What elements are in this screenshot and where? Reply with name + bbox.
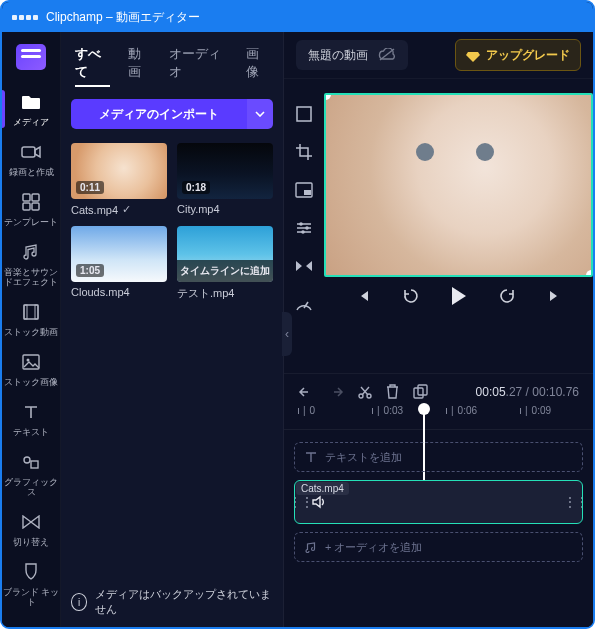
svg-rect-15 bbox=[304, 190, 311, 195]
nav-rail: メディア 録画と作成 テンプレート 音楽とサウンドエフェクト ストック動画 スト… bbox=[2, 32, 61, 627]
audio-track-placeholder[interactable]: + オーディオを追加 bbox=[294, 532, 583, 562]
media-name: Cats.mp4 bbox=[71, 204, 118, 216]
rail-label: ストック画像 bbox=[4, 377, 58, 387]
svg-point-10 bbox=[24, 457, 30, 463]
rewind-button[interactable] bbox=[400, 285, 422, 307]
media-item[interactable]: 0:18 City.mp4 bbox=[177, 143, 273, 216]
media-name: テスト.mp4 bbox=[177, 286, 234, 301]
media-name: City.mp4 bbox=[177, 203, 220, 215]
media-thumbnail: タイムラインに追加 bbox=[177, 226, 273, 282]
rail-music[interactable]: 音楽とサウンドエフェクト bbox=[2, 234, 60, 294]
import-media-dropdown[interactable] bbox=[247, 99, 273, 129]
svg-rect-8 bbox=[23, 355, 39, 369]
svg-rect-6 bbox=[24, 305, 27, 319]
project-title: 無題の動画 bbox=[308, 47, 368, 64]
music-icon bbox=[305, 541, 317, 553]
collapse-panel-button[interactable]: ‹ bbox=[282, 312, 292, 356]
rail-brand[interactable]: ブランド キット bbox=[2, 554, 60, 614]
clipchamp-logo bbox=[16, 44, 46, 70]
svg-rect-3 bbox=[23, 203, 30, 210]
rail-label: テキスト bbox=[13, 427, 49, 437]
media-duration: 0:18 bbox=[182, 181, 210, 194]
panel-footer: i メディアはバックアップされていません bbox=[61, 577, 283, 627]
crop-icon[interactable] bbox=[291, 139, 317, 165]
svg-rect-2 bbox=[32, 194, 39, 201]
rail-media[interactable]: メディア bbox=[2, 84, 60, 134]
svg-point-9 bbox=[27, 359, 30, 362]
svg-rect-5 bbox=[24, 305, 38, 319]
rail-label: 音楽とサウンドエフェクト bbox=[2, 267, 60, 287]
tab-video[interactable]: 動画 bbox=[128, 45, 151, 87]
upgrade-button[interactable]: アップグレード bbox=[455, 39, 581, 71]
rail-label: テンプレート bbox=[4, 217, 58, 227]
media-item[interactable]: タイムラインに追加 テスト.mp4 bbox=[177, 226, 273, 301]
text-icon bbox=[305, 451, 317, 463]
checkmark-icon: ✓ bbox=[122, 203, 131, 216]
clip-handle-right[interactable]: ⋮⋮ bbox=[570, 495, 582, 509]
rail-text[interactable]: テキスト bbox=[2, 394, 60, 444]
skip-end-button[interactable] bbox=[544, 285, 566, 307]
volume-icon[interactable] bbox=[311, 495, 325, 509]
rail-label: メディア bbox=[13, 117, 49, 127]
ruler-tick: | 0:03 bbox=[372, 405, 403, 416]
resize-handle-br[interactable] bbox=[586, 270, 593, 277]
text-track-placeholder[interactable]: テキストを追加 bbox=[294, 442, 583, 472]
svg-point-16 bbox=[299, 222, 303, 226]
preview-canvas[interactable] bbox=[324, 93, 593, 277]
media-item[interactable]: 1:05 Clouds.mp4 bbox=[71, 226, 167, 301]
media-item[interactable]: 0:11 Cats.mp4✓ bbox=[71, 143, 167, 216]
media-thumbnail: 1:05 bbox=[71, 226, 167, 282]
rail-record[interactable]: 録画と作成 bbox=[2, 134, 60, 184]
templates-icon bbox=[20, 191, 42, 213]
text-icon bbox=[20, 401, 42, 423]
add-to-timeline-overlay[interactable]: タイムラインに追加 bbox=[177, 260, 273, 282]
chevron-down-icon bbox=[255, 111, 265, 117]
backup-status: メディアはバックアップされていません bbox=[95, 587, 273, 617]
tab-audio[interactable]: オーディオ bbox=[169, 45, 227, 87]
skip-start-button[interactable] bbox=[352, 285, 374, 307]
clip-name: Cats.mp4 bbox=[296, 482, 349, 495]
film-icon bbox=[20, 301, 42, 323]
duplicate-button[interactable] bbox=[413, 384, 428, 399]
split-button[interactable] bbox=[358, 385, 372, 399]
upgrade-label: アップグレード bbox=[486, 47, 570, 64]
rail-templates[interactable]: テンプレート bbox=[2, 184, 60, 234]
svg-rect-7 bbox=[35, 305, 38, 319]
timeline-ruler[interactable]: | 0 | 0:03 | 0:06 | 0:09 bbox=[284, 405, 593, 430]
app-icon bbox=[12, 15, 38, 20]
project-title-field[interactable]: 無題の動画 bbox=[296, 40, 408, 70]
rail-label: 録画と作成 bbox=[9, 167, 54, 177]
rail-transitions[interactable]: 切り替え bbox=[2, 504, 60, 554]
camera-icon bbox=[20, 141, 42, 163]
svg-rect-4 bbox=[32, 203, 39, 210]
media-grid: 0:11 Cats.mp4✓ 0:18 City.mp4 1:05 Clouds… bbox=[61, 139, 283, 311]
rail-label: ストック動画 bbox=[4, 327, 58, 337]
tab-image[interactable]: 画像 bbox=[246, 45, 269, 87]
rail-graphics[interactable]: グラフィックス bbox=[2, 444, 60, 504]
import-media-button[interactable]: メディアのインポート bbox=[71, 99, 247, 129]
topbar: 無題の動画 アップグレード bbox=[284, 32, 593, 79]
redo-button[interactable] bbox=[328, 385, 344, 399]
fit-icon[interactable] bbox=[291, 101, 317, 127]
ruler-tick: | 0:06 bbox=[446, 405, 477, 416]
undo-button[interactable] bbox=[298, 385, 314, 399]
delete-button[interactable] bbox=[386, 384, 399, 399]
brand-icon bbox=[20, 561, 42, 583]
titlebar: Clipchamp – 動画エディター bbox=[2, 2, 593, 32]
play-button[interactable] bbox=[448, 285, 470, 307]
pip-icon[interactable] bbox=[291, 177, 317, 203]
media-duration: 0:11 bbox=[76, 181, 104, 194]
rail-stock-video[interactable]: ストック動画 bbox=[2, 294, 60, 344]
media-name: Clouds.mp4 bbox=[71, 286, 130, 298]
tab-all[interactable]: すべて bbox=[75, 45, 110, 87]
clip-handle-left[interactable]: ⋮⋮ bbox=[295, 495, 307, 509]
adjust-icon[interactable] bbox=[291, 215, 317, 241]
rail-label: グラフィックス bbox=[2, 477, 60, 497]
rail-stock-image[interactable]: ストック画像 bbox=[2, 344, 60, 394]
speed-icon[interactable] bbox=[291, 291, 317, 317]
info-icon: i bbox=[71, 593, 87, 611]
svg-rect-11 bbox=[31, 461, 38, 468]
forward-button[interactable] bbox=[496, 285, 518, 307]
flip-icon[interactable] bbox=[291, 253, 317, 279]
svg-rect-13 bbox=[297, 107, 311, 121]
